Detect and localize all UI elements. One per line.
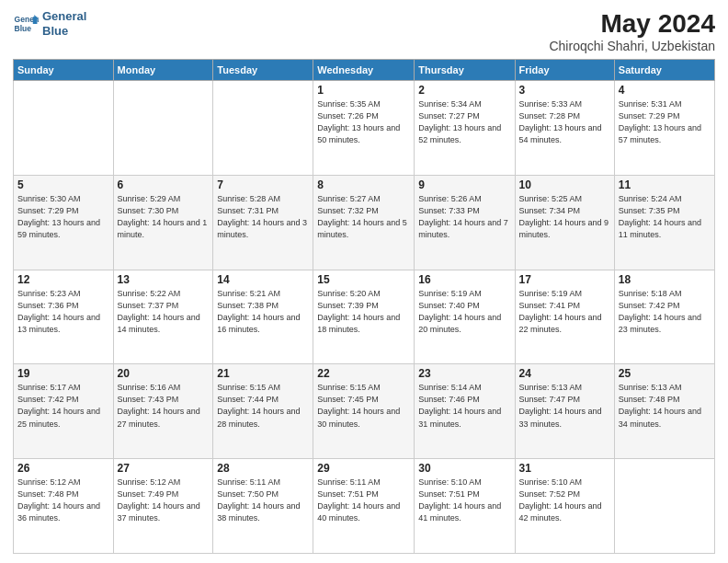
day-info: Sunrise: 5:23 AM Sunset: 7:36 PM Dayligh… bbox=[17, 288, 109, 336]
week-row-4: 26Sunrise: 5:12 AM Sunset: 7:48 PM Dayli… bbox=[14, 459, 715, 554]
table-cell: 6Sunrise: 5:29 AM Sunset: 7:30 PM Daylig… bbox=[113, 175, 213, 270]
day-number: 30 bbox=[418, 462, 510, 475]
day-number: 8 bbox=[317, 178, 410, 191]
col-saturday: Saturday bbox=[614, 60, 714, 81]
day-number: 31 bbox=[519, 462, 610, 475]
day-info: Sunrise: 5:15 AM Sunset: 7:45 PM Dayligh… bbox=[317, 382, 410, 430]
day-info: Sunrise: 5:11 AM Sunset: 7:51 PM Dayligh… bbox=[317, 477, 410, 524]
day-info: Sunrise: 5:21 AM Sunset: 7:38 PM Dayligh… bbox=[217, 288, 309, 336]
day-info: Sunrise: 5:28 AM Sunset: 7:31 PM Dayligh… bbox=[217, 193, 309, 241]
table-cell: 20Sunrise: 5:16 AM Sunset: 7:43 PM Dayli… bbox=[113, 364, 213, 459]
day-number: 6 bbox=[118, 178, 210, 191]
day-info: Sunrise: 5:15 AM Sunset: 7:44 PM Dayligh… bbox=[217, 382, 309, 430]
week-row-1: 5Sunrise: 5:30 AM Sunset: 7:29 PM Daylig… bbox=[14, 175, 715, 270]
day-number: 11 bbox=[619, 178, 711, 191]
week-row-2: 12Sunrise: 5:23 AM Sunset: 7:36 PM Dayli… bbox=[14, 270, 715, 364]
day-info: Sunrise: 5:30 AM Sunset: 7:29 PM Dayligh… bbox=[17, 193, 109, 241]
day-info: Sunrise: 5:12 AM Sunset: 7:48 PM Dayligh… bbox=[17, 477, 109, 524]
table-cell: 26Sunrise: 5:12 AM Sunset: 7:48 PM Dayli… bbox=[14, 459, 114, 554]
day-info: Sunrise: 5:26 AM Sunset: 7:33 PM Dayligh… bbox=[418, 193, 510, 241]
table-cell: 23Sunrise: 5:14 AM Sunset: 7:46 PM Dayli… bbox=[415, 364, 515, 459]
day-info: Sunrise: 5:11 AM Sunset: 7:50 PM Dayligh… bbox=[217, 477, 309, 524]
day-number: 12 bbox=[17, 273, 109, 286]
table-cell: 22Sunrise: 5:15 AM Sunset: 7:45 PM Dayli… bbox=[313, 364, 415, 459]
title-area: May 2024 Chiroqchi Shahri, Uzbekistan bbox=[549, 9, 715, 53]
table-cell: 15Sunrise: 5:20 AM Sunset: 7:39 PM Dayli… bbox=[313, 270, 415, 364]
table-cell: 28Sunrise: 5:11 AM Sunset: 7:50 PM Dayli… bbox=[213, 459, 313, 554]
table-cell: 3Sunrise: 5:33 AM Sunset: 7:28 PM Daylig… bbox=[515, 81, 614, 176]
day-info: Sunrise: 5:19 AM Sunset: 7:41 PM Dayligh… bbox=[519, 288, 610, 336]
day-number: 19 bbox=[17, 367, 109, 380]
table-cell: 10Sunrise: 5:25 AM Sunset: 7:34 PM Dayli… bbox=[515, 175, 614, 270]
table-cell: 30Sunrise: 5:10 AM Sunset: 7:51 PM Dayli… bbox=[415, 459, 515, 554]
table-cell: 17Sunrise: 5:19 AM Sunset: 7:41 PM Dayli… bbox=[515, 270, 614, 364]
day-number: 20 bbox=[118, 367, 210, 380]
day-info: Sunrise: 5:10 AM Sunset: 7:51 PM Dayligh… bbox=[418, 477, 510, 524]
week-row-0: 1Sunrise: 5:35 AM Sunset: 7:26 PM Daylig… bbox=[14, 81, 715, 176]
day-number: 16 bbox=[418, 273, 510, 286]
day-info: Sunrise: 5:17 AM Sunset: 7:42 PM Dayligh… bbox=[17, 382, 109, 430]
header-row: Sunday Monday Tuesday Wednesday Thursday… bbox=[14, 60, 715, 81]
day-number: 1 bbox=[317, 84, 410, 97]
day-number: 3 bbox=[519, 84, 610, 97]
table-cell bbox=[213, 81, 313, 176]
day-number: 22 bbox=[317, 367, 410, 380]
table-cell: 1Sunrise: 5:35 AM Sunset: 7:26 PM Daylig… bbox=[313, 81, 415, 176]
day-info: Sunrise: 5:16 AM Sunset: 7:43 PM Dayligh… bbox=[118, 382, 210, 430]
table-cell bbox=[14, 81, 114, 176]
day-info: Sunrise: 5:13 AM Sunset: 7:47 PM Dayligh… bbox=[519, 382, 610, 430]
table-cell: 14Sunrise: 5:21 AM Sunset: 7:38 PM Dayli… bbox=[213, 270, 313, 364]
page: General Blue General Blue May 2024 Chiro… bbox=[0, 0, 728, 563]
col-wednesday: Wednesday bbox=[313, 60, 415, 81]
day-number: 5 bbox=[17, 178, 109, 191]
day-number: 18 bbox=[619, 273, 711, 286]
table-cell: 11Sunrise: 5:24 AM Sunset: 7:35 PM Dayli… bbox=[614, 175, 714, 270]
table-cell: 29Sunrise: 5:11 AM Sunset: 7:51 PM Dayli… bbox=[313, 459, 415, 554]
table-cell: 21Sunrise: 5:15 AM Sunset: 7:44 PM Dayli… bbox=[213, 364, 313, 459]
day-number: 23 bbox=[418, 367, 510, 380]
week-row-3: 19Sunrise: 5:17 AM Sunset: 7:42 PM Dayli… bbox=[14, 364, 715, 459]
day-number: 29 bbox=[317, 462, 410, 475]
col-monday: Monday bbox=[113, 60, 213, 81]
day-number: 9 bbox=[418, 178, 510, 191]
day-number: 17 bbox=[519, 273, 610, 286]
col-tuesday: Tuesday bbox=[213, 60, 313, 81]
day-info: Sunrise: 5:24 AM Sunset: 7:35 PM Dayligh… bbox=[619, 193, 711, 241]
header: General Blue General Blue May 2024 Chiro… bbox=[13, 9, 715, 53]
table-cell bbox=[113, 81, 213, 176]
table-cell: 12Sunrise: 5:23 AM Sunset: 7:36 PM Dayli… bbox=[14, 270, 114, 364]
main-title: May 2024 bbox=[549, 9, 715, 39]
day-number: 2 bbox=[418, 84, 510, 97]
logo-icon: General Blue bbox=[13, 11, 39, 37]
col-friday: Friday bbox=[515, 60, 614, 81]
day-info: Sunrise: 5:13 AM Sunset: 7:48 PM Dayligh… bbox=[619, 382, 711, 430]
day-number: 15 bbox=[317, 273, 410, 286]
day-info: Sunrise: 5:19 AM Sunset: 7:40 PM Dayligh… bbox=[418, 288, 510, 336]
table-cell: 18Sunrise: 5:18 AM Sunset: 7:42 PM Dayli… bbox=[614, 270, 714, 364]
svg-text:Blue: Blue bbox=[15, 23, 32, 32]
day-info: Sunrise: 5:25 AM Sunset: 7:34 PM Dayligh… bbox=[519, 193, 610, 241]
subtitle: Chiroqchi Shahri, Uzbekistan bbox=[549, 39, 715, 53]
day-info: Sunrise: 5:18 AM Sunset: 7:42 PM Dayligh… bbox=[619, 288, 711, 336]
calendar-table: Sunday Monday Tuesday Wednesday Thursday… bbox=[13, 59, 715, 554]
table-cell: 8Sunrise: 5:27 AM Sunset: 7:32 PM Daylig… bbox=[313, 175, 415, 270]
day-number: 24 bbox=[519, 367, 610, 380]
table-cell: 4Sunrise: 5:31 AM Sunset: 7:29 PM Daylig… bbox=[614, 81, 714, 176]
table-cell: 24Sunrise: 5:13 AM Sunset: 7:47 PM Dayli… bbox=[515, 364, 614, 459]
table-cell: 5Sunrise: 5:30 AM Sunset: 7:29 PM Daylig… bbox=[14, 175, 114, 270]
day-info: Sunrise: 5:12 AM Sunset: 7:49 PM Dayligh… bbox=[118, 477, 210, 524]
table-cell: 16Sunrise: 5:19 AM Sunset: 7:40 PM Dayli… bbox=[415, 270, 515, 364]
table-cell: 25Sunrise: 5:13 AM Sunset: 7:48 PM Dayli… bbox=[614, 364, 714, 459]
logo: General Blue General Blue bbox=[13, 9, 86, 38]
logo-text-line2: Blue bbox=[42, 24, 86, 39]
day-number: 25 bbox=[619, 367, 711, 380]
day-number: 7 bbox=[217, 178, 309, 191]
day-info: Sunrise: 5:22 AM Sunset: 7:37 PM Dayligh… bbox=[118, 288, 210, 336]
day-info: Sunrise: 5:27 AM Sunset: 7:32 PM Dayligh… bbox=[317, 193, 410, 241]
day-info: Sunrise: 5:10 AM Sunset: 7:52 PM Dayligh… bbox=[519, 477, 610, 524]
logo-text-line1: General bbox=[42, 9, 86, 24]
day-number: 14 bbox=[217, 273, 309, 286]
day-info: Sunrise: 5:29 AM Sunset: 7:30 PM Dayligh… bbox=[118, 193, 210, 241]
day-info: Sunrise: 5:34 AM Sunset: 7:27 PM Dayligh… bbox=[418, 98, 510, 146]
day-number: 4 bbox=[619, 84, 711, 97]
